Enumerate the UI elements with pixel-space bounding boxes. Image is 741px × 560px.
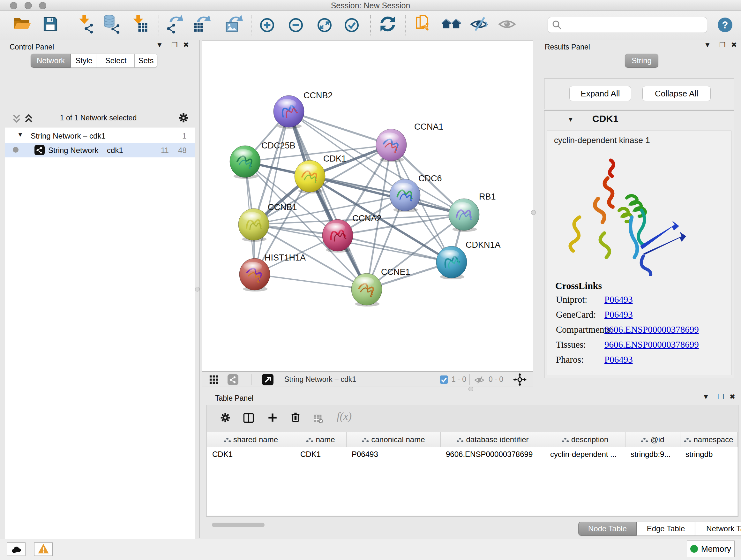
string-home-button[interactable] — [441, 13, 462, 35]
network-edge[interactable] — [338, 235, 452, 262]
add-column-icon[interactable] — [267, 412, 278, 424]
table-cell[interactable]: stringdb:9... — [625, 447, 680, 461]
clone-network-button[interactable] — [413, 13, 434, 35]
collection-expand-icon[interactable]: ▼ — [17, 131, 23, 138]
tab-network-table[interactable]: Network Table — [695, 522, 741, 536]
detach-view-icon[interactable] — [262, 374, 273, 387]
zoom-selected-button[interactable] — [341, 13, 362, 35]
collapse-all-button[interactable]: Collapse All — [643, 86, 711, 101]
column-header-shared-name[interactable]: shared name — [207, 432, 295, 447]
apply-layout-button[interactable] — [377, 13, 398, 35]
search-input[interactable] — [564, 18, 703, 31]
column-type-icon — [641, 435, 648, 444]
network-tree: ▼ String Network – cdk1 1 String Network… — [5, 127, 195, 560]
show-columns-icon[interactable] — [243, 412, 254, 425]
network-node-HIST1H1A[interactable] — [239, 258, 270, 292]
tab-network[interactable]: Network — [30, 54, 71, 68]
network-edge[interactable] — [255, 274, 367, 289]
selected-checkbox-icon[interactable] — [440, 375, 448, 385]
network-view-canvas[interactable]: CCNB2CCNA1CDC25BCDK1CDC6RB1CCNB1CCNA2CDK… — [202, 40, 533, 372]
expand-all-button[interactable]: Expand All — [569, 86, 631, 101]
table-cell[interactable]: P06493 — [347, 447, 441, 461]
open-session-button[interactable] — [11, 13, 32, 35]
show-graphics-details-button[interactable] — [496, 13, 518, 35]
table-horizontal-scrollbar[interactable] — [212, 523, 265, 527]
memory-button[interactable]: Memory — [687, 541, 735, 557]
crosslink-link[interactable]: P06493 — [604, 354, 633, 365]
pan-crosshair-icon[interactable] — [513, 373, 527, 388]
table-options-gear-icon[interactable] — [219, 412, 231, 425]
export-image-button[interactable] — [224, 13, 246, 35]
node-label-CCNB1: CCNB1 — [268, 202, 297, 212]
tab-select[interactable]: Select — [97, 54, 135, 68]
warnings-button[interactable] — [34, 543, 53, 556]
network-options-gear-icon[interactable] — [178, 112, 190, 125]
save-session-button[interactable] — [40, 13, 61, 35]
help-button[interactable]: ? — [718, 17, 732, 32]
column-header-name[interactable]: name — [295, 432, 347, 447]
zoom-out-button[interactable] — [285, 13, 307, 35]
network-edge[interactable] — [289, 111, 391, 145]
tab-style[interactable]: Style — [71, 54, 97, 68]
column-header--id[interactable]: @id — [625, 432, 680, 447]
network-edge[interactable] — [289, 111, 367, 289]
control-panel-close-button[interactable]: ✖ — [181, 40, 191, 50]
tab-edge-table[interactable]: Edge Table — [636, 522, 695, 536]
network-grid-view-icon[interactable] — [209, 375, 219, 386]
import-network-from-database-button[interactable] — [101, 13, 122, 35]
zoom-fit-button[interactable] — [314, 13, 335, 35]
export-network-button[interactable] — [165, 13, 186, 35]
cloud-button[interactable] — [7, 543, 25, 556]
network-node-CDC25B[interactable] — [230, 145, 260, 179]
results-panel-float-button[interactable]: ❐ — [718, 40, 727, 50]
results-panel-menu-button[interactable]: ▼ — [703, 40, 712, 50]
network-node-CDK1[interactable] — [294, 160, 325, 193]
network-node-count: 11 — [161, 146, 169, 155]
table-panel-float-button[interactable]: ❐ — [716, 392, 726, 401]
network-node-CCNA1[interactable] — [376, 129, 407, 162]
string-network-graph[interactable]: CCNB2CCNA1CDC25BCDK1CDC6RB1CCNB1CCNA2CDK… — [202, 41, 533, 371]
left-splitter-handle[interactable] — [195, 287, 200, 292]
network-node-CDKN1A[interactable] — [436, 246, 467, 279]
collapse-all-networks-icon[interactable] — [12, 114, 21, 125]
crosslink-link[interactable]: 9606.ENSP00000378699 — [604, 324, 699, 335]
table-cell[interactable]: stringdb — [680, 447, 738, 461]
network-row-selected[interactable]: String Network – cdk1 11 48 — [5, 143, 195, 158]
right-splitter-handle[interactable] — [531, 210, 536, 215]
delete-column-icon[interactable] — [290, 412, 301, 424]
crosslink-link[interactable]: 9606.ENSP00000378699 — [604, 339, 699, 350]
crosslink-row: Compartments:9606.ENSP00000378699 — [547, 324, 731, 339]
node-label-CDC25B: CDC25B — [261, 141, 295, 150]
crosslink-link[interactable]: P06493 — [604, 309, 633, 320]
tab-string[interactable]: String — [625, 54, 658, 68]
column-header-namespace[interactable]: namespace — [680, 432, 738, 447]
tab-sets[interactable]: Sets — [135, 54, 157, 68]
crosslink-link[interactable]: P06493 — [604, 294, 633, 305]
column-header-description[interactable]: description — [545, 432, 625, 447]
table-cell[interactable]: CDK1 — [295, 447, 347, 461]
zoom-in-button[interactable] — [257, 13, 278, 35]
import-table-from-file-button[interactable] — [129, 13, 150, 35]
results-panel-close-button[interactable]: ✖ — [729, 40, 739, 50]
network-node-CCNE1[interactable] — [351, 273, 382, 307]
table-cell[interactable]: CDK1 — [207, 447, 295, 461]
table-panel-close-button[interactable]: ✖ — [728, 392, 737, 401]
tab-node-table[interactable]: Node Table — [578, 522, 636, 536]
network-collection-row[interactable]: ▼ String Network – cdk1 1 — [5, 129, 195, 143]
network-birdseye-icon[interactable] — [227, 374, 239, 386]
table-cell[interactable]: cyclin-dependent ... — [545, 447, 625, 461]
control-panel-float-button[interactable]: ❐ — [170, 40, 179, 50]
expand-all-networks-icon[interactable] — [24, 114, 33, 125]
network-node-CCNB1[interactable] — [239, 208, 269, 242]
column-header-canonical-name[interactable]: canonical name — [347, 432, 441, 447]
import-network-from-file-button[interactable] — [75, 13, 96, 35]
column-header-database-identifier[interactable]: database identifier — [441, 432, 545, 447]
network-node-CDC6[interactable] — [390, 179, 420, 212]
network-node-RB1[interactable] — [449, 199, 479, 232]
export-table-button[interactable] — [192, 13, 213, 35]
control-panel-menu-button[interactable]: ▼ — [155, 40, 164, 50]
protein-collapse-icon[interactable]: ▼ — [567, 116, 574, 123]
table-panel-menu-button[interactable]: ▼ — [701, 392, 711, 401]
hide-graphics-details-button[interactable] — [468, 13, 489, 35]
table-cell[interactable]: 9606.ENSP00000378699 — [441, 447, 545, 461]
